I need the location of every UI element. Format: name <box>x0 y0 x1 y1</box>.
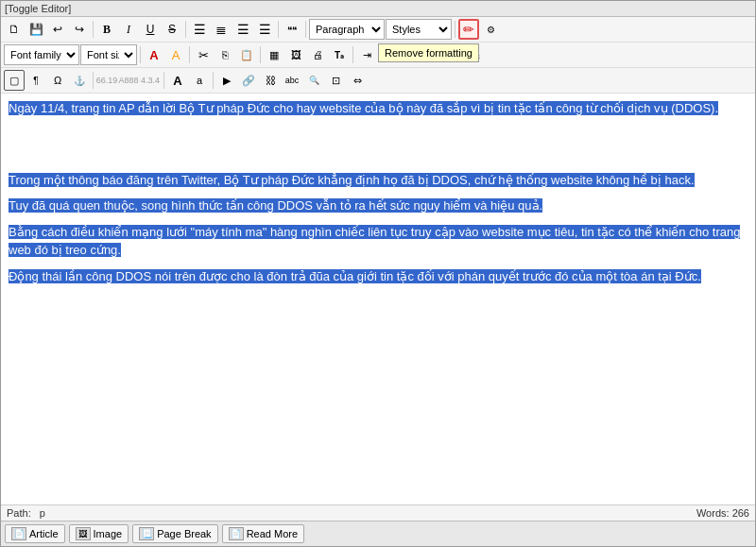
maximize-button[interactable]: ⊡ <box>325 70 346 91</box>
selected-text-4: Trong một thông báo đăng trên Twitter, B… <box>9 173 695 187</box>
paragraph-6: Bằng cách điều khiển mạng lưới "máy tính… <box>9 223 747 260</box>
page-break-label: Page Break <box>157 528 211 539</box>
path-area: Path: p <box>7 507 45 519</box>
spell-button[interactable]: abc <box>282 70 302 91</box>
paste-button[interactable]: 📋 <box>236 44 257 65</box>
align-center-button[interactable]: ≣ <box>211 19 232 40</box>
editor-content[interactable]: Ngày 11/4, trang tin AP dẫn lời Bộ Tư ph… <box>9 99 747 383</box>
sep9 <box>352 46 353 63</box>
read-more-button[interactable]: 📄 Read More <box>222 524 304 543</box>
paragraph-4: Trong một thông báo đăng trên Twitter, B… <box>9 171 747 190</box>
font-size-select[interactable]: Font size 8 10 12 14 16 <box>80 44 137 65</box>
media-button[interactable]: ▶ <box>216 70 237 91</box>
toolbar-row-3: ▢ ¶ Ω ⚓ 66.19 A888 4.3.4 A a ▶ 🔗 ⛓ abc 🔍… <box>1 68 755 94</box>
selected-text-1: Ngày 11/4, trang tin AP dẫn lời Bộ Tư ph… <box>9 101 718 115</box>
styles-select[interactable]: Styles <box>386 19 452 40</box>
sep1 <box>93 21 94 38</box>
sep8 <box>260 46 261 63</box>
toolbar-row-1: 🗋 💾 ↩ ↪ B I U S ☰ ≣ ☰ ☰ ❝❝ Paragraph Hea… <box>1 17 755 43</box>
small-a-button[interactable]: a <box>189 70 210 91</box>
font-a-button[interactable]: A <box>167 70 188 91</box>
page-break-button[interactable]: 📃 Page Break <box>132 524 217 543</box>
editor-container: [Toggle Editor] 🗋 💾 ↩ ↪ B I U S ☰ ≣ ☰ ☰ … <box>0 0 756 547</box>
paragraph-1: Ngày 11/4, trang tin AP dẫn lời Bộ Tư ph… <box>9 99 747 118</box>
page-break-icon: 📃 <box>139 527 154 540</box>
redo-button[interactable]: ↪ <box>69 19 90 40</box>
editor-area[interactable]: Ngày 11/4, trang tin AP dẫn lời Bộ Tư ph… <box>1 94 755 504</box>
article-button[interactable]: 📄 Article <box>5 524 65 543</box>
paragraph-5: Tuy đã quá quen thuộc, song hình thức tấ… <box>9 197 747 215</box>
italic-button[interactable]: I <box>118 19 139 40</box>
read-more-icon: 📄 <box>229 527 244 540</box>
read-more-label: Read More <box>247 528 298 539</box>
resize-button[interactable]: ⇔ <box>347 70 368 91</box>
border-button[interactable]: ▢ <box>4 70 25 91</box>
selected-text-5: Tuy đã quá quen thuộc, song hình thức tấ… <box>9 198 542 213</box>
save-button[interactable]: 💾 <box>26 19 46 40</box>
sep5 <box>455 21 455 38</box>
nonbreak-button[interactable]: ¶ <box>26 70 46 91</box>
sep12 <box>213 72 214 89</box>
num-display3: 4.3.4 <box>140 70 161 91</box>
undo-button[interactable]: ↩ <box>47 19 68 40</box>
remove-format-button[interactable]: ✏ <box>458 19 479 40</box>
paragraph-select[interactable]: Paragraph Heading 1 Heading 2 Heading 3 <box>309 19 385 40</box>
extra-button[interactable]: ⚙ <box>480 19 501 40</box>
unlink-button[interactable]: ⛓ <box>260 70 281 91</box>
remove-format-container: ✏ Remove formatting <box>458 19 479 40</box>
image-icon: 🖼 <box>76 527 91 540</box>
underline-button[interactable]: U <box>140 19 161 40</box>
highlight-button[interactable]: A <box>165 44 186 65</box>
source-button[interactable]: 🔍 <box>303 70 324 91</box>
toggle-editor-bar: [Toggle Editor] <box>1 1 755 17</box>
sep6 <box>140 46 141 63</box>
sep4 <box>305 21 306 38</box>
new-doc-button[interactable]: 🗋 <box>4 19 25 40</box>
bold-button[interactable]: B <box>96 19 117 40</box>
indent-button[interactable]: ⇥ <box>356 44 377 65</box>
article-label: Article <box>29 528 59 539</box>
paragraph-2 <box>9 126 747 141</box>
article-icon: 📄 <box>11 527 26 540</box>
link-button[interactable]: 🔗 <box>238 70 259 91</box>
align-left-button[interactable]: ☰ <box>189 19 210 40</box>
justify-button[interactable]: ☰ <box>254 19 275 40</box>
anchor-button[interactable]: ⚓ <box>69 70 90 91</box>
word-count: Words: 266 <box>696 507 749 519</box>
sep7 <box>189 46 190 63</box>
sep10 <box>93 72 94 89</box>
print-button[interactable]: 🖨 <box>307 44 328 65</box>
image-label: Image <box>94 528 123 539</box>
path-label: Path: <box>7 507 31 519</box>
image-button[interactable]: 🖼 <box>285 44 306 65</box>
sep11 <box>163 72 164 89</box>
paragraph-3 <box>9 148 747 163</box>
char-map-button[interactable]: Ω <box>47 70 68 91</box>
font-color-button[interactable]: A <box>144 44 164 65</box>
num-display2: A888 <box>118 70 139 91</box>
strikethrough-button[interactable]: S <box>162 19 182 40</box>
selected-text-7: Động thái lần công DDOS nói trên được ch… <box>9 269 701 283</box>
num-display: 66.19 <box>96 70 117 91</box>
font-family-select[interactable]: Font family <box>4 44 79 65</box>
sep3 <box>278 21 279 38</box>
status-bar: Path: p Words: 266 <box>1 504 755 521</box>
remove-format-tooltip: Remove formatting <box>378 43 479 62</box>
bottom-bar: 📄 Article 🖼 Image 📃 Page Break 📄 Read Mo… <box>1 521 755 546</box>
text-button[interactable]: Tₐ <box>329 44 350 65</box>
sep2 <box>185 21 186 38</box>
align-right-button[interactable]: ☰ <box>232 19 253 40</box>
cut-button[interactable]: ✂ <box>193 44 214 65</box>
copy-button[interactable]: ⎘ <box>215 44 235 65</box>
selected-text-6: Bằng cách điều khiển mạng lưới "máy tính… <box>9 225 740 258</box>
paragraph-7: Động thái lần công DDOS nói trên được ch… <box>9 267 747 286</box>
table-button[interactable]: ▦ <box>264 44 284 65</box>
toggle-editor-label: [Toggle Editor] <box>5 3 71 14</box>
image-insert-button[interactable]: 🖼 Image <box>69 524 129 543</box>
blockquote-button[interactable]: ❝❝ <box>282 19 302 40</box>
path-value: p <box>40 507 45 519</box>
